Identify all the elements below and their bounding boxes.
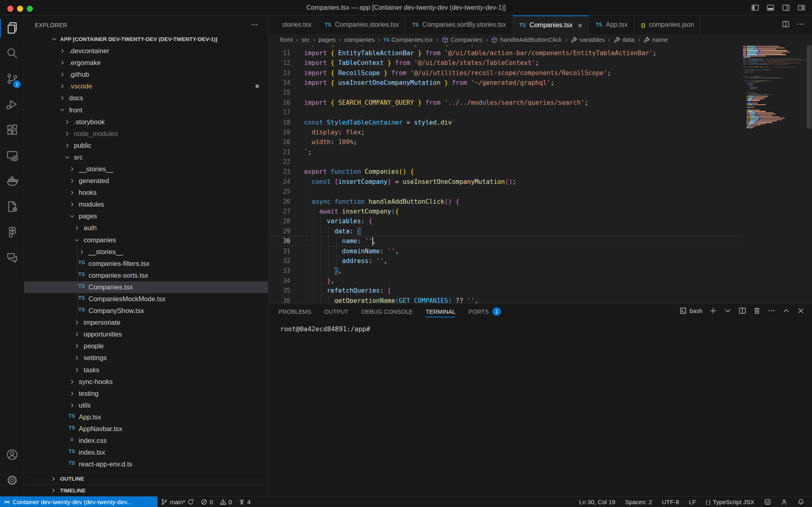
code-line-32[interactable]: 32 address: '', [268,256,743,266]
code-line-21[interactable]: 21`; [268,147,743,157]
breadcrumb-name[interactable]: name [643,36,668,43]
tree-item-.vscode[interactable]: .vscode [24,80,268,92]
tree-item-companies-sorts.tsx[interactable]: TScompanies-sorts.tsx [24,270,268,281]
tree-item-node_modules[interactable]: node_modules [24,128,268,140]
breadcrumb-front[interactable]: front [280,36,293,43]
editor-scrollbar[interactable] [806,45,812,303]
code-line-20[interactable]: 20 width: 100%; [268,137,743,147]
terminal-output[interactable]: root@0a42ecd84891:/app# [268,319,812,333]
tree-item-.storybook[interactable]: .storybook [24,116,268,128]
tree-item-Companies.tsx[interactable]: TSCompanies.tsx [24,281,268,293]
activity-settings-gear-icon[interactable] [0,468,24,494]
breadcrumb-Companies.tsx[interactable]: TSCompanies.tsx [383,36,433,43]
explorer-more-actions-icon[interactable] [251,21,258,30]
tree-item-hooks[interactable]: hooks [24,187,268,198]
panel-trash-icon[interactable] [753,307,761,315]
tree-item-__stories__[interactable]: __stories__ [24,163,268,175]
tree-item-generated[interactable]: generated [24,175,268,187]
problems-status[interactable]: 0 0 [197,496,235,507]
git-branch-status[interactable]: main* [158,496,197,507]
activity-extensions-icon[interactable] [0,118,24,143]
activity-source-control-icon[interactable]: 1 [0,67,24,92]
code-line-18[interactable]: 18const StyledTableContainer = styled.di… [268,118,743,127]
tab-stories.tsx[interactable]: stories.tsx [268,15,318,34]
tree-item-companies[interactable]: companies [24,234,268,246]
code-line-28[interactable]: 28 variables: { [268,216,743,226]
status-ln-30-col-19[interactable]: Ln 30, Col 19 [575,498,619,505]
activity-chat-icon[interactable] [0,246,24,271]
shell-selector[interactable]: bash [679,307,702,315]
tree-item-index.css[interactable]: #index.css [24,435,268,447]
activity-figma-icon[interactable] [0,220,24,246]
toggle-sidebar-icon[interactable] [751,4,759,13]
code-editor[interactable]: 10import { WithTopBarContainer } from '@… [268,45,812,303]
split-editor-button[interactable] [782,20,790,30]
status-spaces-2[interactable]: Spaces: 2 [621,498,656,505]
code-line-17[interactable]: 17 [268,108,743,117]
workspace-section-header[interactable]: APP [CONTAINER DEV-TWENTY-DEV (DEV-TWENT… [24,33,268,45]
tree-item-opportunities[interactable]: opportunities [24,328,268,340]
tree-item-testing[interactable]: testing [24,388,268,399]
tree-item-__stories__[interactable]: __stories__ [24,246,268,258]
panel-chevron-down-icon[interactable] [724,307,732,315]
code-line-14[interactable]: 14import { useInsertOneCompanyMutation }… [268,78,743,88]
status-person-icon[interactable] [777,498,791,505]
customize-layout-icon[interactable] [797,4,806,13]
close-tab-icon[interactable]: × [578,22,582,29]
panel-more-icon[interactable] [768,307,775,315]
panel-tab-problems[interactable]: PROBLEMS [279,304,311,319]
tree-item-pages[interactable]: pages [24,210,268,222]
status-utf-8[interactable]: UTF-8 [658,498,683,505]
breadcrumb-companies[interactable]: companies [344,36,375,43]
tab-Companies.sortBy.stories.tsx[interactable]: TSCompanies.sortBy.stories.tsx [406,15,513,34]
tree-item-public[interactable]: public [24,140,268,151]
code-line-10[interactable]: 10import { WithTopBarContainer } from '@… [268,45,743,48]
tree-item-src[interactable]: src [24,151,268,163]
code-line-29[interactable]: 29 data: { [268,227,743,236]
tree-item-index.tsx[interactable]: TSindex.tsx [24,447,268,458]
code-line-19[interactable]: 19 display: flex; [268,127,743,137]
code-line-30[interactable]: 30 name: '', [268,236,743,246]
tree-item-react-app-env.d.ts[interactable]: TSreact-app-env.d.ts [24,458,268,470]
panel-tab-output[interactable]: OUTPUT [324,304,349,319]
tree-item-docs[interactable]: docs [24,92,268,104]
toggle-panel-icon[interactable] [767,4,775,13]
code-line-35[interactable]: 35 refetchQueries: [ [268,286,743,296]
panel-plus-icon[interactable] [709,307,717,315]
tree-item-people[interactable]: people [24,340,268,352]
tree-item-front[interactable]: front [24,104,268,116]
status-bell-icon[interactable] [794,498,808,505]
editor-more-actions-button[interactable] [797,20,805,30]
panel-chevron-up-icon[interactable] [782,307,790,315]
activity-account-icon[interactable] [0,442,24,468]
toggle-secondary-sidebar-icon[interactable] [782,4,790,13]
minimize-window-button[interactable] [17,6,23,12]
code-line-26[interactable]: 26 async function handleAddButtonClick()… [268,197,743,207]
code-line-16[interactable]: 16import { SEARCH_COMPANY_QUERY } from '… [268,98,743,108]
tree-item-settings[interactable]: settings [24,352,268,364]
status-lf[interactable]: LF [685,498,700,505]
activity-docker-icon[interactable] [0,169,24,194]
panel-tab-debug-console[interactable]: DEBUG CONSOLE [361,304,413,319]
panel-split-terminal-icon[interactable] [739,307,746,315]
sidebar-section-outline[interactable]: OUTLINE [24,472,268,484]
tree-item-.github[interactable]: .github [24,69,268,80]
close-window-button[interactable] [7,6,13,12]
scrollbar-thumb[interactable] [807,45,812,129]
code-line-11[interactable]: 11import { EntityTableActionBar } from '… [268,48,743,58]
tree-item-AppNavbar.tsx[interactable]: TSAppNavbar.tsx [24,423,268,435]
panel-tab-terminal[interactable]: TERMINAL [426,304,456,319]
breadcrumb-pages[interactable]: pages [318,36,335,43]
tree-item-CompaniesMockMode.tsx[interactable]: TSCompaniesMockMode.tsx [24,293,268,305]
tree-item-CompanyShow.tsx[interactable]: TSCompanyShow.tsx [24,305,268,317]
tree-item-.devcontainer[interactable]: .devcontainer [24,45,268,57]
code-line-23[interactable]: 23export function Companies() { [268,167,743,177]
zoom-window-button[interactable] [27,6,33,12]
code-line-34[interactable]: 34 }, [268,276,743,286]
activity-search-icon[interactable] [0,41,24,67]
tree-item-auth[interactable]: auth [24,222,268,234]
tree-item-impersonate[interactable]: impersonate [24,317,268,328]
activity-container-config-icon[interactable] [0,194,24,220]
code-line-15[interactable]: 15 [268,88,743,97]
ports-status[interactable]: 4 [235,496,254,507]
